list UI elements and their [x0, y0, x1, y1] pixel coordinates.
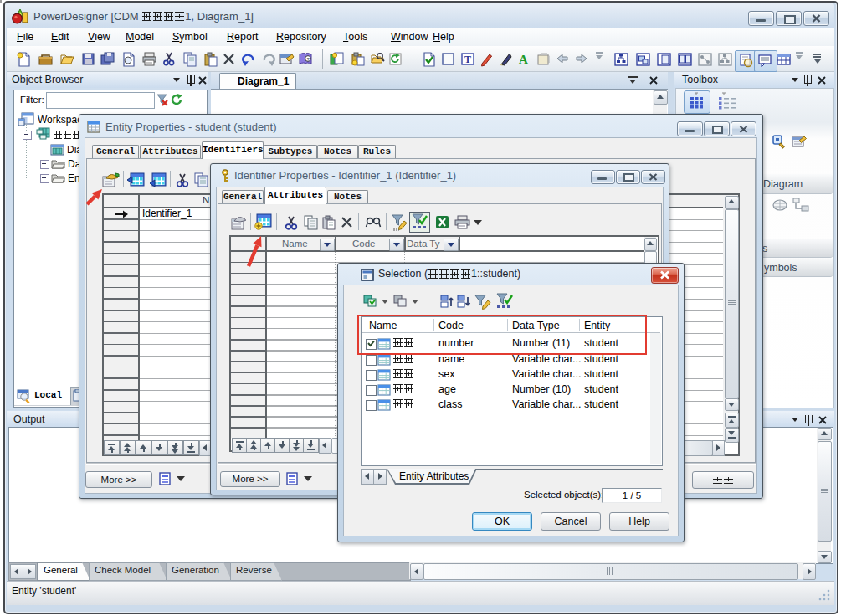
svg-text:T: T — [464, 54, 471, 65]
svg-text:A: A — [519, 53, 528, 66]
